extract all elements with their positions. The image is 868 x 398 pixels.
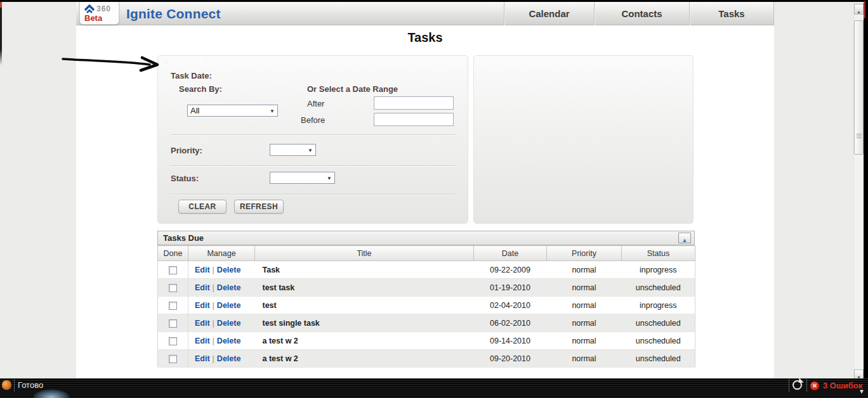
- edit-link[interactable]: Edit: [195, 283, 210, 292]
- edit-link[interactable]: Edit: [195, 337, 210, 345]
- search-by-selected-value: All: [190, 106, 199, 115]
- nav-tab-calendar[interactable]: Calendar: [504, 2, 594, 25]
- task-priority: normal: [547, 261, 622, 279]
- done-checkbox[interactable]: [169, 355, 177, 363]
- search-by-select[interactable]: All ▼: [187, 105, 278, 117]
- refresh-button[interactable]: REFRESH: [234, 200, 284, 214]
- task-date: 09-14-2010: [474, 332, 547, 350]
- screen-edge-artifact: [0, 2, 2, 65]
- before-label: Before: [301, 115, 325, 125]
- link-separator: |: [213, 319, 214, 328]
- done-checkbox[interactable]: [169, 319, 177, 328]
- task-date: 09-20-2010: [474, 350, 547, 368]
- chevron-logo-icon: [83, 4, 96, 13]
- status-select[interactable]: ▼: [270, 172, 335, 184]
- filter-collapse-header[interactable]: ▼FILTER: [164, 58, 205, 66]
- collapse-section-button[interactable]: ▲: [678, 233, 691, 243]
- fox-icon[interactable]: [2, 380, 11, 390]
- filter-divider: [171, 165, 455, 166]
- edit-link[interactable]: Edit: [195, 319, 210, 328]
- done-checkbox[interactable]: [169, 284, 177, 292]
- done-cell: [158, 314, 188, 332]
- scrollbar-thumb[interactable]: [854, 20, 864, 155]
- delete-link[interactable]: Delete: [217, 266, 241, 274]
- error-console-button[interactable]: ✕3 Ошибок: [810, 380, 862, 391]
- delete-link[interactable]: Delete: [217, 301, 241, 310]
- done-checkbox[interactable]: [169, 337, 177, 345]
- link-separator: |: [213, 301, 214, 310]
- tasks-due-title: Tasks Due: [163, 231, 204, 245]
- dropdown-arrow-icon: ▼: [327, 176, 332, 181]
- nav-tab-tasks[interactable]: Tasks: [689, 2, 774, 25]
- edit-link[interactable]: Edit: [195, 354, 210, 363]
- statusbar-divider: [14, 379, 15, 392]
- col-header-priority: Priority: [547, 246, 622, 261]
- done-cell: [158, 332, 188, 350]
- delete-link[interactable]: Delete: [217, 319, 241, 328]
- task-priority: normal: [547, 297, 622, 314]
- clear-button[interactable]: CLEAR: [178, 200, 227, 214]
- col-header-title: Title: [255, 246, 474, 261]
- filter-divider: [171, 194, 455, 195]
- priority-select[interactable]: ▼: [270, 144, 316, 156]
- app-title: Ignite Connect: [126, 2, 221, 25]
- tasks-due-header: Tasks Due ▲: [157, 231, 695, 245]
- col-header-done: Done: [158, 246, 188, 261]
- statusbar-divider: [806, 379, 807, 392]
- tasks-table-body: Edit|Delete Task 09-22-2009 normal inpro…: [158, 261, 695, 368]
- task-row: Edit|Delete test task 01-19-2010 normal …: [158, 279, 695, 297]
- task-row: Edit|Delete Task 09-22-2009 normal inpro…: [158, 261, 695, 279]
- link-separator: |: [213, 266, 214, 274]
- task-priority: normal: [547, 314, 622, 332]
- col-header-manage: Manage: [188, 246, 255, 261]
- done-checkbox[interactable]: [169, 302, 177, 310]
- manage-cell: Edit|Delete: [188, 297, 255, 314]
- logo: 360 Beta: [79, 2, 119, 25]
- manage-cell: Edit|Delete: [188, 314, 255, 332]
- scrollbar-grip: [857, 134, 862, 139]
- manage-cell: Edit|Delete: [188, 279, 255, 297]
- filter-panel: ▼FILTER Task Date: Search By: Or Select …: [157, 55, 468, 224]
- task-status: unscheduled: [622, 314, 695, 332]
- error-icon: ✕: [810, 382, 819, 390]
- nav-tab-contacts[interactable]: Contacts: [594, 2, 689, 25]
- task-row: Edit|Delete test 02-04-2010 normal inpro…: [158, 297, 695, 314]
- before-date-input[interactable]: [374, 113, 454, 126]
- status-ready-text: Готово: [18, 380, 43, 390]
- done-checkbox[interactable]: [169, 266, 177, 274]
- delete-link[interactable]: Delete: [217, 283, 241, 292]
- collapse-triangle-icon: ▲: [682, 237, 688, 243]
- link-separator: |: [213, 283, 214, 292]
- scroll-up-button[interactable]: ▲: [854, 4, 864, 15]
- task-priority: normal: [547, 332, 622, 350]
- delete-link[interactable]: Delete: [217, 337, 241, 345]
- task-date: 01-19-2010: [474, 279, 547, 297]
- filter-header-label: FILTER: [175, 58, 205, 66]
- manage-cell: Edit|Delete: [188, 350, 255, 368]
- edit-link[interactable]: Edit: [195, 301, 210, 310]
- results-panel: [473, 55, 694, 224]
- date-range-label: Or Select a Date Range: [307, 84, 398, 94]
- vertical-scrollbar[interactable]: ▲ ▼: [853, 4, 864, 378]
- edit-link[interactable]: Edit: [195, 266, 210, 274]
- delete-link[interactable]: Delete: [217, 354, 241, 363]
- app-page: 360 Beta Ignite Connect Calendar Contact…: [76, 2, 774, 378]
- after-date-input[interactable]: [374, 96, 454, 110]
- statusbar-divider: [789, 379, 789, 392]
- task-row: Edit|Delete a test w 2 09-20-2010 normal…: [158, 350, 695, 368]
- task-date: 02-04-2010: [474, 297, 547, 314]
- filter-divider: [171, 134, 455, 135]
- task-status: unscheduled: [622, 350, 695, 368]
- task-title: test single task: [255, 314, 474, 332]
- task-row: Edit|Delete a test w 2 09-14-2010 normal…: [158, 332, 695, 350]
- link-separator: |: [213, 354, 214, 363]
- scroll-up-icon: ▲: [857, 10, 861, 14]
- sync-icon[interactable]: [792, 380, 802, 390]
- task-date: 09-22-2009: [474, 261, 547, 279]
- task-title: Task: [255, 261, 474, 279]
- link-separator: |: [213, 337, 214, 345]
- col-header-date: Date: [474, 246, 547, 261]
- scroll-down-button[interactable]: ▼: [854, 369, 864, 378]
- task-title: a test w 2: [255, 350, 474, 368]
- task-row: Edit|Delete test single task 06-02-2010 …: [158, 314, 695, 332]
